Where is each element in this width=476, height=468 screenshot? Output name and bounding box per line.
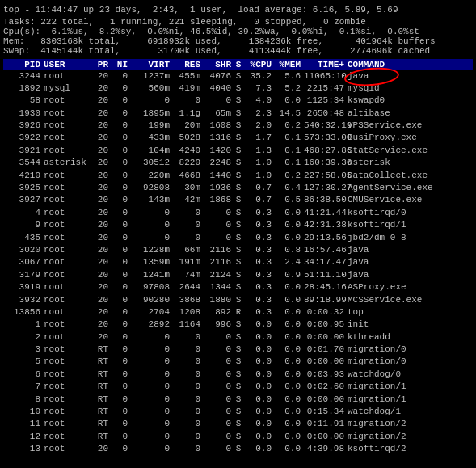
cell-ni: 0 bbox=[112, 108, 131, 120]
cell-s: S bbox=[234, 281, 246, 293]
cell-time: 89:18.99 bbox=[304, 294, 348, 306]
cell-cpu: 0.0 bbox=[246, 394, 275, 406]
cell-virt: 30512 bbox=[131, 157, 173, 169]
cell-cmd: jbd2/dm-0-8 bbox=[348, 232, 471, 244]
cell-s: S bbox=[234, 82, 246, 95]
cell-pr: RT bbox=[92, 431, 112, 443]
process-table: 3244root2001237m455m4076S35.25.611065:10… bbox=[3, 70, 473, 456]
cell-cmd: migration/1 bbox=[348, 394, 471, 406]
cell-s: S bbox=[234, 344, 246, 356]
cell-pr: 20 bbox=[92, 82, 112, 95]
cell-time: 573:33.00 bbox=[304, 132, 348, 144]
cell-mem: 0.0 bbox=[275, 331, 304, 344]
cell-pr: 20 bbox=[92, 443, 112, 455]
cell-pr: 20 bbox=[92, 157, 112, 169]
cell-time: 0:00.00 bbox=[304, 394, 348, 406]
cell-ni: 0 bbox=[112, 294, 131, 306]
cell-pr: 20 bbox=[92, 269, 112, 281]
cell-time: 160:39.36 bbox=[304, 157, 348, 169]
cell-res: 191m bbox=[173, 256, 204, 268]
cell-pr: 20 bbox=[92, 244, 112, 256]
cell-pr: 20 bbox=[92, 207, 112, 219]
cell-virt: 0 bbox=[131, 344, 173, 356]
cell-time: 42:31.38 bbox=[304, 219, 348, 231]
cell-res: 0 bbox=[173, 381, 204, 393]
cell-shr: 0 bbox=[204, 406, 234, 418]
cell-user: asterisk bbox=[44, 157, 92, 169]
cell-res: 1164 bbox=[173, 318, 204, 331]
cell-user: root bbox=[44, 394, 92, 406]
cell-ni: 0 bbox=[112, 145, 131, 157]
cell-shr: 0 bbox=[204, 356, 234, 368]
cell-cmd: init bbox=[348, 318, 471, 331]
table-row: 3020root2001228m66m2116S0.30.816:57.46ja… bbox=[3, 244, 473, 256]
cell-pid: 3020 bbox=[5, 244, 44, 256]
cell-time: 0:00.00 bbox=[304, 431, 348, 443]
cell-cpu: 0.0 bbox=[246, 443, 275, 455]
cell-pr: RT bbox=[92, 418, 112, 430]
cell-cmd: watchdog/0 bbox=[348, 369, 471, 381]
cell-shr: 1420 bbox=[204, 145, 234, 157]
cell-virt: 0 bbox=[131, 406, 173, 418]
cell-pid: 1 bbox=[5, 318, 44, 331]
cell-cmd: mysqld bbox=[348, 82, 471, 95]
cell-time: 29:13.56 bbox=[304, 232, 348, 244]
header-cpu: %CPU bbox=[246, 60, 275, 70]
cell-mem: 0.1 bbox=[275, 145, 304, 157]
cell-virt: 0 bbox=[131, 394, 173, 406]
cell-user: root bbox=[44, 369, 92, 381]
cell-pr: 20 bbox=[92, 318, 112, 331]
cell-time: 540:32.19 bbox=[304, 120, 348, 132]
cell-time: 86:38.50 bbox=[304, 194, 348, 206]
cell-pid: 3244 bbox=[5, 70, 44, 82]
cell-virt: 0 bbox=[131, 356, 173, 368]
cell-user: mysql bbox=[44, 82, 92, 95]
cell-user: root bbox=[44, 207, 92, 219]
cell-virt: 0 bbox=[131, 369, 173, 381]
cell-virt: 0 bbox=[131, 418, 173, 430]
cell-time: 1125:34 bbox=[304, 95, 348, 107]
cell-ni: 0 bbox=[112, 306, 131, 318]
cell-pid: 6 bbox=[5, 369, 44, 381]
cell-ni: 0 bbox=[112, 194, 131, 206]
table-row: 1root20028921164996S0.00.00:00.95init bbox=[3, 318, 473, 331]
cell-user: root bbox=[44, 194, 92, 206]
cell-pr: 20 bbox=[92, 182, 112, 194]
cell-pr: 20 bbox=[92, 232, 112, 244]
cell-s: S bbox=[234, 132, 246, 144]
cell-pid: 11 bbox=[5, 418, 44, 430]
cell-ni: 0 bbox=[112, 232, 131, 244]
cell-virt: 2704 bbox=[131, 306, 173, 318]
cell-res: 0 bbox=[173, 331, 204, 344]
cell-user: root bbox=[44, 145, 92, 157]
cell-shr: 1440 bbox=[204, 170, 234, 182]
cell-shr: 1344 bbox=[204, 281, 234, 293]
cell-shr: 2248 bbox=[204, 157, 234, 169]
table-row: 3919root2009780826441344S0.30.028:45.16A… bbox=[3, 281, 473, 293]
table-row: 3544asterisk2003051282202248S1.00.1160:3… bbox=[3, 157, 473, 169]
top-output: top - 11:44:47 up 23 days, 2:43, 1 user,… bbox=[3, 3, 473, 456]
table-row: 3244root2001237m455m4076S35.25.611065:10… bbox=[3, 70, 473, 82]
cell-cmd: java bbox=[348, 70, 471, 82]
cell-s: S bbox=[234, 256, 246, 268]
cell-mem: 0.0 bbox=[275, 394, 304, 406]
cell-cmd: BusiProxy.exe bbox=[348, 132, 471, 144]
cell-ni: 0 bbox=[112, 418, 131, 430]
cell-shr: 0 bbox=[204, 369, 234, 381]
cell-ni: 0 bbox=[112, 132, 131, 144]
cell-cpu: 1.0 bbox=[246, 170, 275, 182]
cell-mem: 0.0 bbox=[275, 306, 304, 318]
table-row: 6rootRT0000S0.00.00:03.93watchdog/0 bbox=[3, 369, 473, 381]
table-row: 4root200000S0.30.041:21.44ksoftirqd/0 bbox=[3, 207, 473, 219]
cell-cpu: 0.0 bbox=[246, 431, 275, 443]
cell-s: S bbox=[234, 219, 246, 231]
cell-pid: 13856 bbox=[5, 306, 44, 318]
cell-s: S bbox=[234, 318, 246, 331]
cell-cpu: 0.3 bbox=[246, 232, 275, 244]
cell-virt: 199m bbox=[131, 120, 173, 132]
cell-virt: 1241m bbox=[131, 269, 173, 281]
cell-shr: 2124 bbox=[204, 269, 234, 281]
table-row: 5rootRT0000S0.00.00:00.00migration/0 bbox=[3, 356, 473, 368]
cell-user: root bbox=[44, 306, 92, 318]
cell-pid: 3067 bbox=[5, 256, 44, 268]
